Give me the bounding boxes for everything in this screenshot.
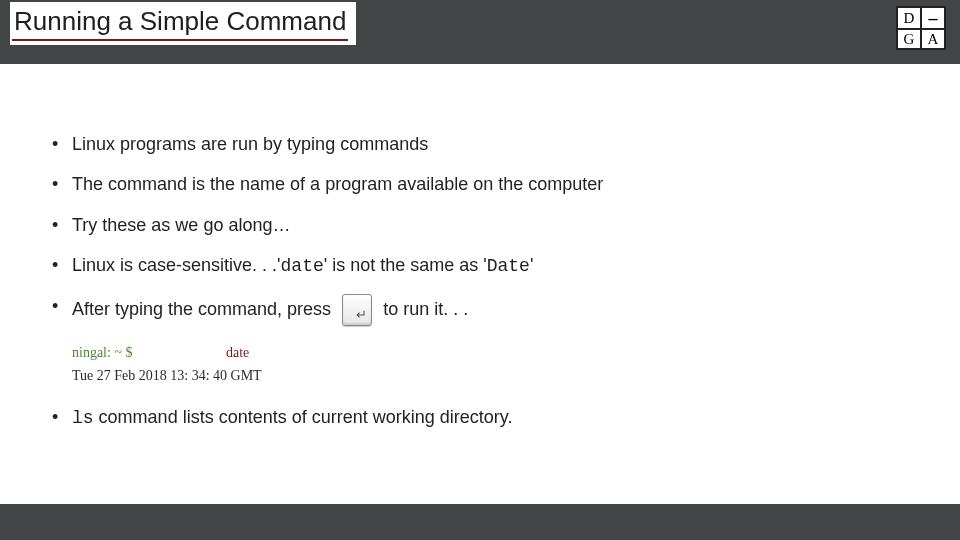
bullet-6-text: command lists contents of current workin… [94, 407, 513, 427]
bullet-3-text: Try these as we go along… [72, 215, 290, 235]
bullet-2: The command is the name of a program ava… [48, 172, 920, 196]
terminal-prompt: ningal: ~ $ [72, 345, 132, 360]
logo-cell-g: G [897, 29, 921, 49]
bullet-2-text: The command is the name of a program ava… [72, 174, 603, 194]
slide-content: Linux programs are run by typing command… [48, 132, 920, 446]
terminal-line-1: ningal: ~ $ date [72, 342, 920, 364]
bullet-list: Linux programs are run by typing command… [48, 132, 920, 326]
bullet-5-part-a: After typing the command, press [72, 299, 331, 319]
code-ls: ls [72, 408, 94, 428]
terminal-command: date [226, 345, 249, 360]
title-wrap: Running a Simple Command [10, 2, 356, 45]
bullet-6: ls command lists contents of current wor… [48, 405, 920, 430]
footer-bar [0, 504, 960, 540]
logo-cell-a: A [921, 29, 945, 49]
logo-cell-d: D [897, 7, 921, 29]
bullet-5: After typing the command, press to run i… [48, 294, 920, 326]
bullet-4-part-b: ' is not the same as ' [324, 255, 487, 275]
bullet-4: Linux is case-sensitive. . .'date' is no… [48, 253, 920, 278]
bullet-4-part-a: Linux is case-sensitive. . .' [72, 255, 281, 275]
page-title: Running a Simple Command [12, 2, 348, 41]
terminal-example: ningal: ~ $ date Tue 27 Feb 2018 13: 34:… [72, 342, 920, 387]
logo-cell-dash: – [921, 7, 945, 29]
bullet-4-part-c: ' [530, 255, 533, 275]
logo-badge: D – G A [896, 6, 946, 50]
code-date-lower: date [281, 256, 324, 276]
enter-key-icon [342, 294, 372, 326]
bullet-5-part-b: to run it. . . [383, 299, 468, 319]
bullet-1: Linux programs are run by typing command… [48, 132, 920, 156]
code-date-upper: Date [487, 256, 530, 276]
terminal-output: Tue 27 Feb 2018 13: 34: 40 GMT [72, 365, 920, 387]
bullet-3: Try these as we go along… [48, 213, 920, 237]
bullet-1-text: Linux programs are run by typing command… [72, 134, 428, 154]
bullet-list-2: ls command lists contents of current wor… [48, 405, 920, 430]
header-bar: Running a Simple Command D – G A [0, 0, 960, 64]
